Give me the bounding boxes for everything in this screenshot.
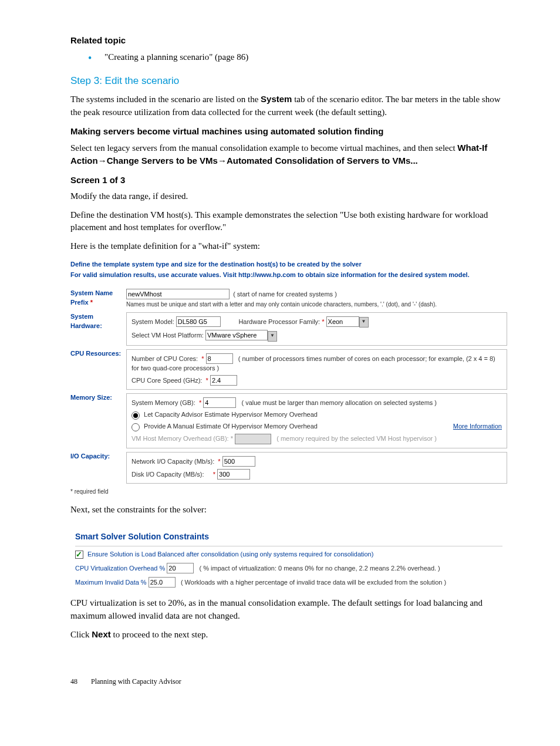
making-text-a: Select ten legacy servers from the manua… xyxy=(70,143,457,153)
closing-p2c: to proceed to the next step. xyxy=(111,630,208,639)
cpuo-input[interactable] xyxy=(167,563,194,573)
sysname-hint: ( start of name for created systems ) xyxy=(233,291,337,298)
model-input[interactable] xyxy=(176,316,221,327)
sysmem-label: System Memory (GB): xyxy=(131,399,195,406)
cspeed-input[interactable] xyxy=(210,375,237,386)
cspeed-label: CPU Core Speed (GHz): xyxy=(131,377,202,384)
form-intro2: For valid simulation results, use accura… xyxy=(70,271,507,280)
ncores-input[interactable] xyxy=(206,353,233,364)
cpuo-hint: ( % impact of virtualization: 0 means 0%… xyxy=(200,565,440,572)
maxinv-hint: ( Workloads with a higher percentage of … xyxy=(181,579,446,586)
model-label: System Model: xyxy=(131,318,174,325)
cpu-box: Number of CPU Cores: * ( number of proce… xyxy=(126,349,507,390)
step3-text-a: The systems included in the scenario are… xyxy=(70,94,261,104)
vmhost-select[interactable] xyxy=(205,330,268,340)
vmhost-dropdown-icon[interactable]: ▼ xyxy=(268,331,277,342)
radio-manual[interactable] xyxy=(131,423,140,431)
sysmem-hint: ( value must be larger than memory alloc… xyxy=(241,399,437,406)
related-topic-item: • "Creating a planning scenario" (page 8… xyxy=(88,50,507,66)
mem-label: Memory Size: xyxy=(70,391,126,450)
ncores-label: Number of CPU Cores: xyxy=(131,355,198,362)
screen1-p2: Define the destination VM host(s). This … xyxy=(70,209,507,235)
next-constraints-text: Next, set the constraints for the solver… xyxy=(70,504,507,517)
screen1-p1: Modify the data range, if desired. xyxy=(70,190,507,203)
vmover-input xyxy=(235,434,271,444)
page-number: 48 xyxy=(70,677,77,686)
disk-label: Disk I/O Capacity (MB/s): xyxy=(131,471,204,478)
template-definition-form: Define the template system type and size… xyxy=(70,260,507,497)
bullet-icon: • xyxy=(88,52,92,64)
load-balanced-label: Ensure Solution is Load Balanced after c… xyxy=(87,551,373,558)
radio-estimate[interactable] xyxy=(131,411,140,420)
screen1-heading: Screen 1 of 3 xyxy=(70,174,507,187)
related-topic-heading: Related topic xyxy=(70,34,507,47)
sysname-input[interactable] xyxy=(126,289,230,299)
sysname-note: Names must be unique and start with a le… xyxy=(126,301,507,309)
load-balanced-checkbox[interactable] xyxy=(75,551,83,559)
closing-p1: CPU virtualization is set to 20%, as in … xyxy=(70,597,507,623)
solver-constraints-form: Smart Solver Solution Constraints Ensure… xyxy=(70,524,507,590)
chapter-title: Planning with Capacity Advisor xyxy=(91,677,181,686)
making-heading: Making servers become virtual machines u… xyxy=(70,125,507,138)
more-information-link[interactable]: More Information xyxy=(453,422,502,431)
net-input[interactable] xyxy=(222,456,255,467)
closing-p2a: Click xyxy=(70,630,92,639)
radio-estimate-label: Let Capacity Advisor Estimate Hypervisor… xyxy=(144,411,318,418)
next-button-ref: Next xyxy=(92,629,111,639)
sysname-label: System Name Prefix * xyxy=(70,287,126,311)
step3-paragraph: The systems included in the scenario are… xyxy=(70,93,507,119)
system-tab-label: System xyxy=(261,94,292,104)
net-label: Network I/O Capacity (Mb/s): xyxy=(131,458,214,465)
radio-manual-label: Provide A Manual Estimate Of Hypervisor … xyxy=(144,423,318,430)
step3-title: Step 3: Edit the scenario xyxy=(70,74,507,89)
related-link-text: "Creating a planning scenario" (page 86) xyxy=(104,52,248,62)
hwproc-dropdown-icon[interactable]: ▼ xyxy=(359,317,369,328)
sysmem-input[interactable] xyxy=(203,397,236,408)
constraints-title: Smart Solver Solution Constraints xyxy=(75,531,502,542)
mem-box: System Memory (GB): * ( value must be la… xyxy=(126,393,507,448)
vmhost-label: Select VM Host Platform: xyxy=(131,332,204,339)
maxinv-input[interactable] xyxy=(149,577,176,588)
required-field-note: * required field xyxy=(70,488,507,497)
form-intro1: Define the template system type and size… xyxy=(70,260,507,269)
io-box: Network I/O Capacity (Mb/s): * Disk I/O … xyxy=(126,452,507,484)
syshw-label: System Hardware: xyxy=(70,310,126,347)
making-paragraph: Select ten legacy servers from the manua… xyxy=(70,141,507,168)
hwproc-label: Hardware Processor Family: xyxy=(238,318,322,325)
hwproc-select[interactable] xyxy=(326,316,359,327)
disk-input[interactable] xyxy=(217,469,250,480)
cpu-label: CPU Resources: xyxy=(70,347,126,392)
vmover-hint: ( memory required by the selected VM Hos… xyxy=(276,435,437,442)
vmover-label: VM Host Memory Overhead (GB): * xyxy=(131,435,233,442)
cpuo-label: CPU Virtualization Overhead % xyxy=(75,565,165,572)
page-footer: 48 Planning with Capacity Advisor xyxy=(70,677,507,687)
io-label: I/O Capacity: xyxy=(70,450,126,485)
syshw-box: System Model: Hardware Processor Family:… xyxy=(126,312,507,345)
closing-p2: Click Next to proceed to the next step. xyxy=(70,628,507,642)
screen1-p3: Here is the template definition for a "w… xyxy=(70,240,507,253)
maxinv-label: Maximum Invalid Data % xyxy=(75,579,147,586)
